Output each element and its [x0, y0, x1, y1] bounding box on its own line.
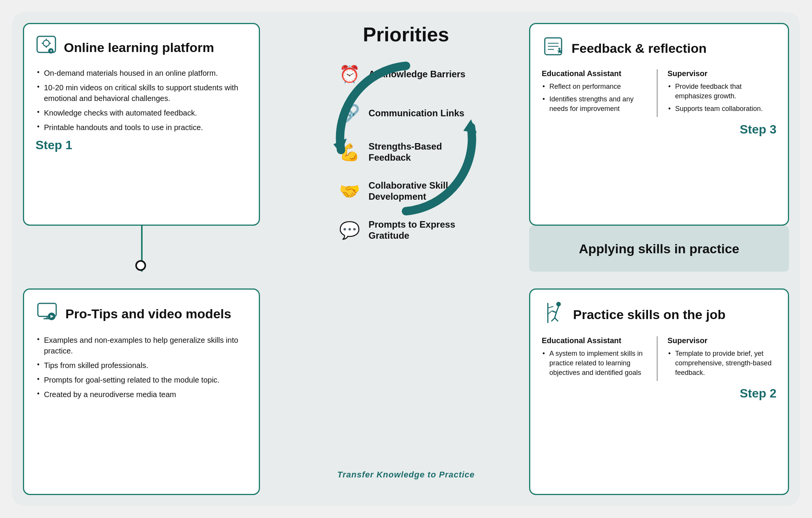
list-item: Supports team collaboration.: [667, 104, 776, 114]
connector-dot: [135, 260, 146, 271]
step-label: Step 1: [36, 138, 247, 152]
list-item: Provide feedback that emphasizes growth.: [667, 82, 776, 101]
climbing-person-icon: [542, 300, 566, 329]
list-item: A system to implement skills in practice…: [542, 349, 651, 378]
outer-container: Priorities ⏰ Acknowledge Barriers 🔗 Comm…: [12, 12, 800, 506]
applying-skills-banner: Applying skills in practice: [529, 226, 789, 272]
list-item: Prompts for goal-setting related to the …: [36, 375, 247, 385]
list-item: Printable handouts and tools to use in p…: [36, 122, 247, 133]
box-header: Pro-Tips and video models: [36, 300, 247, 328]
step-label: Step 2: [542, 386, 776, 401]
svg-line-28: [548, 306, 553, 308]
two-column-layout: Educational Assistant A system to implem…: [542, 336, 776, 381]
col-list: Provide feedback that emphasizes growth.…: [667, 82, 776, 114]
list-item: Examples and non-examples to help genera…: [36, 335, 247, 356]
educational-assistant-col: Educational Assistant Reflect on perform…: [542, 69, 658, 117]
list-item: Tips from skilled professionals.: [36, 360, 247, 371]
pro-tips-bullets: Examples and non-examples to help genera…: [36, 335, 247, 400]
pro-tips-title: Pro-Tips and video models: [65, 307, 231, 321]
supervisor-col: Supervisor Provide feedback that emphasi…: [665, 69, 776, 117]
pro-tips-box: Pro-Tips and video models Examples and n…: [23, 288, 260, 495]
list-item: 10-20 min videos on critical skills to s…: [36, 82, 247, 104]
list-item: Identifies strengths and any needs for i…: [542, 94, 651, 114]
list-item: Knowledge checks with automated feedback…: [36, 108, 247, 118]
practice-skills-box: Practice skills on the job Educational A…: [529, 288, 789, 495]
col-list: Reflect on performance Identifies streng…: [542, 82, 651, 114]
list-item: Reflect on performance: [542, 82, 651, 91]
feedback-reflection-box: Feedback & reflection Educational Assist…: [529, 23, 789, 226]
box-header: Feedback & reflection: [542, 35, 776, 62]
monitor-play-icon: [36, 300, 58, 328]
svg-line-22: [556, 306, 559, 313]
circle-arrows-icon: [310, 43, 502, 234]
box-header: Online learning platform: [36, 35, 247, 61]
col-list: Template to provide brief, yet comprehen…: [667, 349, 776, 378]
list-item: On-demand materials housed in an online …: [36, 68, 247, 78]
col-title: Educational Assistant: [542, 69, 651, 78]
box-header: Practice skills on the job: [542, 300, 776, 329]
svg-line-23: [552, 311, 556, 313]
col-title: Supervisor: [667, 336, 776, 345]
supervisor-col: Supervisor Template to provide brief, ye…: [665, 336, 776, 381]
online-learning-title: Online learning platform: [64, 41, 214, 55]
practice-skills-title: Practice skills on the job: [573, 308, 726, 322]
online-learning-bullets: On-demand materials housed in an online …: [36, 68, 247, 133]
online-learning-box: Online learning platform On-demand mater…: [23, 23, 260, 226]
col-title: Supervisor: [667, 69, 776, 78]
svg-point-3: [43, 40, 49, 46]
lightbulb-icon: [36, 35, 57, 61]
svg-line-26: [555, 318, 558, 321]
clipboard-star-icon: [542, 35, 565, 62]
list-item: Created by a neurodiverse media team: [36, 389, 247, 400]
svg-line-24: [555, 313, 556, 318]
page-title: Priorities: [363, 23, 449, 46]
list-item: Template to provide brief, yet comprehen…: [667, 349, 776, 378]
step-label: Step 3: [542, 122, 776, 137]
educational-assistant-col: Educational Assistant A system to implem…: [542, 336, 658, 381]
transfer-knowledge-text: Transfer Knowledge to Practice: [322, 470, 490, 480]
applying-skills-text: Applying skills in practice: [579, 241, 739, 257]
feedback-reflection-title: Feedback & reflection: [572, 41, 706, 55]
svg-point-21: [556, 302, 561, 306]
two-column-layout: Educational Assistant Reflect on perform…: [542, 69, 776, 117]
svg-line-25: [552, 318, 555, 321]
col-title: Educational Assistant: [542, 336, 651, 345]
col-list: A system to implement skills in practice…: [542, 349, 651, 378]
